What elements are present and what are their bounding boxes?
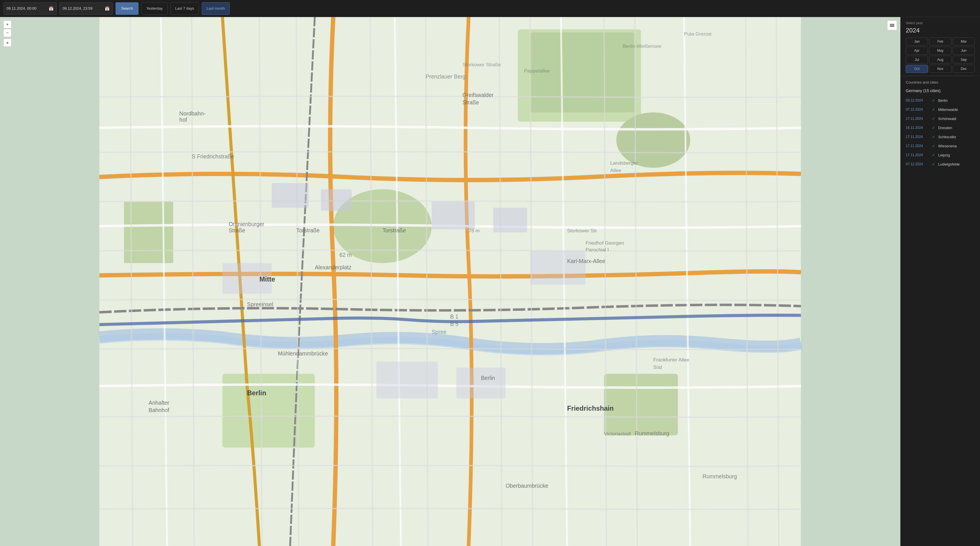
city-date[interactable]: 17.11.2024 [906,144,929,148]
month-btn-mar[interactable]: Mar [953,38,975,46]
section-title: Countries and cities [900,76,980,87]
check-icon: ✓ [932,98,935,103]
check-icon: ✓ [932,107,935,112]
month-btn-feb[interactable]: Feb [929,38,951,46]
svg-text:78 m: 78 m [469,228,479,233]
svg-text:Berlin-Weißensee: Berlin-Weißensee [623,43,662,49]
check-icon: ✓ [932,125,935,130]
check-icon: ✓ [932,116,935,121]
map-zoom-controls: + − ⊕ [3,21,11,47]
city-row[interactable]: 07.12.2024✓Ludwigsfelde [900,160,980,169]
svg-text:Mitte: Mitte [259,275,275,283]
svg-point-6 [616,112,690,168]
search-button[interactable]: Search [116,2,138,15]
cities-list: 09.12.2024✓Berlin07.12.2024✓Mittenwalde1… [900,96,980,169]
svg-text:Allee: Allee [610,168,621,173]
city-name: Ludwigsfelde [938,162,960,167]
month-btn-aug[interactable]: Aug [929,56,951,64]
date-start-wrapper: 09.11.2024, 00:00 📅 [3,2,57,15]
month-btn-jun[interactable]: Jun [953,47,975,55]
city-name: Leipzig [938,153,950,157]
svg-text:Rummelsburg: Rummelsburg [703,473,737,479]
check-icon: ✓ [932,162,935,167]
svg-text:Oranienburger: Oranienburger [229,221,264,227]
check-icon: ✓ [932,135,935,139]
toolbar: 09.11.2024, 00:00 📅 09.12.2024, 23:59 📅 … [0,0,980,17]
svg-text:Pappelallee: Pappelallee [524,68,550,74]
svg-text:Rummelsburg: Rummelsburg [635,430,669,436]
map-container: Oranienburger Straße Mitte Spreeinsel No… [0,17,900,546]
city-date[interactable]: 07.12.2024 [906,162,929,166]
svg-text:S Friedrichstraße: S Friedrichstraße [192,153,234,160]
month-btn-nov[interactable]: Nov [929,65,951,73]
date-end-input[interactable]: 09.12.2024, 23:59 [63,6,102,11]
city-date[interactable]: 09.12.2024 [906,98,929,102]
svg-rect-14 [376,362,438,398]
svg-text:Anhalter: Anhalter [148,400,169,406]
svg-text:Victoriastadt: Victoriastadt [604,431,631,436]
svg-text:Bahnhof: Bahnhof [148,407,169,413]
check-icon: ✓ [932,144,935,148]
svg-text:B 1: B 1 [450,313,458,320]
city-row[interactable]: 17.11.2024✓Schkeuditz [900,132,980,141]
city-name: Mittenwalde [938,108,958,112]
svg-text:B 5: B 5 [450,321,458,327]
svg-text:Prenzlauer Berg: Prenzlauer Berg [425,73,466,79]
country-title: Germany (15 cities) [900,87,980,96]
month-btn-may[interactable]: May [929,47,951,55]
month-btn-sep[interactable]: Sep [953,56,975,64]
city-name: Schkeuditz [938,135,956,139]
city-row[interactable]: 17.11.2024✓Wiesenena [900,141,980,151]
month-btn-jan[interactable]: Jan [906,38,928,46]
svg-text:Berlin: Berlin [247,389,266,397]
svg-text:Spreeinsel: Spreeinsel [247,301,273,307]
main-content: Oranienburger Straße Mitte Spreeinsel No… [0,17,980,546]
check-icon: ✓ [932,153,935,157]
svg-rect-5 [604,374,678,435]
city-row[interactable]: 16.11.2024✓Dresden [900,123,980,132]
month-btn-oct[interactable]: Oct [906,65,928,73]
svg-text:Greifswalder: Greifswalder [462,92,494,98]
svg-rect-15 [457,368,506,398]
layers-button[interactable] [887,21,897,30]
city-row[interactable]: 07.12.2024✓Mittenwalde [900,105,980,114]
year-selector-label: Select year [906,21,975,25]
zoom-out-button[interactable]: − [3,29,11,37]
city-name: Schönwald [938,117,956,121]
svg-rect-58 [890,24,894,25]
svg-rect-8 [272,183,309,208]
svg-text:Friedrichshain: Friedrichshain [567,405,614,412]
calendar-end-icon[interactable]: 📅 [105,6,110,11]
svg-rect-11 [493,208,527,232]
city-row[interactable]: 09.12.2024✓Berlin [900,96,980,105]
month-btn-jul[interactable]: Jul [906,56,928,64]
svg-rect-57 [890,25,894,26]
map-svg: Oranienburger Straße Mitte Spreeinsel No… [0,17,900,546]
year-selector: Select year 2024 JanFebMarAprMayJunJulAu… [900,17,980,76]
zoom-in-button[interactable]: + [3,21,11,29]
month-btn-dec[interactable]: Dec [953,65,975,73]
city-date[interactable]: 17.11.2024 [906,135,929,139]
calendar-start-icon[interactable]: 📅 [49,6,54,11]
compass-button[interactable]: ⊕ [3,39,11,47]
svg-rect-9 [321,189,352,211]
lastmonth-button[interactable]: Last month [202,2,230,15]
svg-text:Storkower Straße: Storkower Straße [462,62,501,67]
svg-text:Süd: Süd [653,364,662,370]
city-row[interactable]: 17.11.2024✓Schönwald [900,114,980,123]
month-btn-apr[interactable]: Apr [906,47,928,55]
svg-text:Spree: Spree [432,329,447,335]
city-row[interactable]: 17.11.2024✓Leipzig [900,151,980,160]
svg-rect-56 [890,26,894,27]
yesterday-button[interactable]: Yesterday [142,2,167,15]
last7days-button[interactable]: Last 7 days [170,2,199,15]
year-value[interactable]: 2024 [906,27,975,34]
svg-text:Storkower Str.: Storkower Str. [567,228,598,233]
date-start-input[interactable]: 09.11.2024, 00:00 [6,6,46,11]
city-date[interactable]: 17.11.2024 [906,117,929,121]
city-date[interactable]: 17.11.2024 [906,153,929,157]
city-date[interactable]: 07.12.2024 [906,108,929,111]
svg-text:62 m: 62 m [339,252,352,258]
city-date[interactable]: 16.11.2024 [906,126,929,130]
svg-text:Nordbahn-: Nordbahn- [179,110,205,117]
